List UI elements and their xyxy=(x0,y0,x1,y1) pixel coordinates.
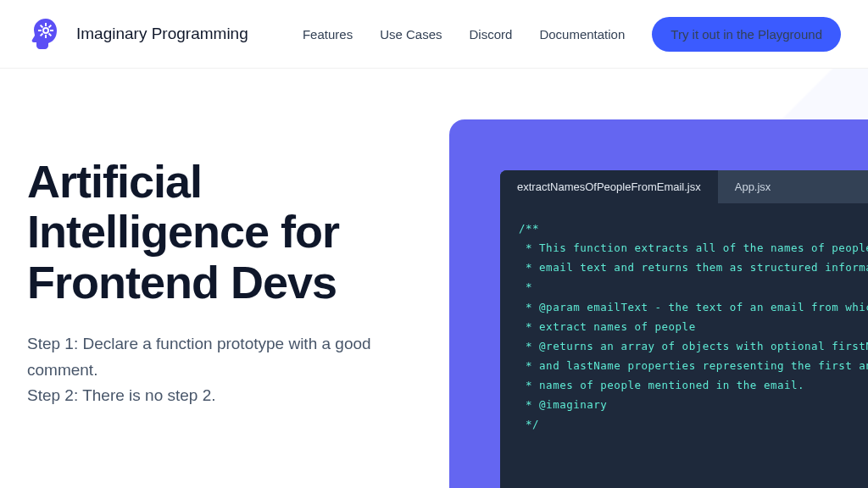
tab-extract-names[interactable]: extractNamesOfPeopleFromEmail.jsx xyxy=(500,170,718,203)
code-content: /** * This function extracts all of the … xyxy=(500,203,868,449)
hero-step2: Step 2: There is no step 2. xyxy=(27,383,434,408)
svg-rect-4 xyxy=(50,30,53,31)
main: Artificial Intelligence for Frontend Dev… xyxy=(0,69,868,485)
header: Imaginary Programming Features Use Cases… xyxy=(0,0,868,69)
nav-features[interactable]: Features xyxy=(303,27,353,42)
nav-documentation[interactable]: Documentation xyxy=(539,27,625,42)
brand-name: Imaginary Programming xyxy=(76,25,248,43)
hero-text: Artificial Intelligence for Frontend Dev… xyxy=(27,119,434,485)
svg-rect-1 xyxy=(45,23,47,26)
hero-step1: Step 1: Declare a function prototype wit… xyxy=(27,331,434,383)
svg-rect-3 xyxy=(38,30,42,31)
brain-gear-icon xyxy=(27,15,64,53)
tab-app[interactable]: App.jsx xyxy=(718,170,788,203)
svg-rect-2 xyxy=(45,35,47,38)
code-panel: extractNamesOfPeopleFromEmail.jsx App.js… xyxy=(449,119,868,488)
code-editor: extractNamesOfPeopleFromEmail.jsx App.js… xyxy=(500,170,868,488)
logo[interactable]: Imaginary Programming xyxy=(27,15,248,53)
nav: Features Use Cases Discord Documentation… xyxy=(303,17,841,52)
playground-button[interactable]: Try it out in the Playground xyxy=(652,17,841,52)
hero-title: Artificial Intelligence for Frontend Dev… xyxy=(27,157,434,308)
nav-discord[interactable]: Discord xyxy=(470,27,513,42)
editor-tabs: extractNamesOfPeopleFromEmail.jsx App.js… xyxy=(500,170,868,203)
nav-use-cases[interactable]: Use Cases xyxy=(380,27,442,42)
svg-point-9 xyxy=(44,29,47,32)
